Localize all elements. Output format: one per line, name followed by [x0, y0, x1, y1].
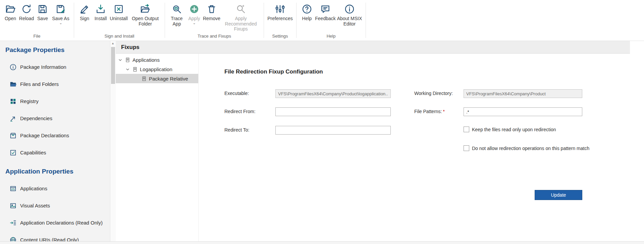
document-icon [125, 57, 130, 63]
working-directory-field[interactable] [464, 89, 582, 98]
apply-recommended-fixups-button[interactable]: Apply Recommended Fixups [221, 2, 261, 33]
apply-recommended-fixups-label: Apply Recommended Fixups [221, 16, 260, 32]
open-output-folder-button[interactable]: Open Output Folder [128, 2, 162, 28]
scrollbar-up-arrow-icon[interactable]: ▲ [111, 42, 114, 45]
preferences-button[interactable]: Preferences [267, 2, 293, 22]
info-icon [9, 63, 17, 71]
feedback-button-label: Feedback [315, 16, 335, 21]
save-as-button[interactable]: Save As ⌄ [50, 2, 71, 25]
save-button[interactable]: Save [35, 2, 50, 22]
sidebar-item-capabilities[interactable]: Capabilities [0, 144, 110, 161]
sidebar-item-label: Registry [20, 98, 39, 104]
keep-readonly-checkbox-row: Keep the files read only upon redirectio… [464, 127, 556, 132]
open-button-label: Open [5, 16, 16, 21]
question-circle-icon [301, 3, 313, 15]
chevron-down-icon[interactable] [117, 57, 123, 63]
ribbon-group-label-sign-install: Sign and Install [74, 33, 165, 41]
apply-button[interactable]: Apply ⌄ [186, 2, 203, 25]
sidebar-item-files-and-folders[interactable]: Files and Folders [0, 76, 110, 93]
magic-fixups-icon [235, 3, 247, 15]
fixups-panel: Fixups Applications [116, 41, 630, 241]
application-declarations-icon [9, 219, 17, 227]
file-redirection-fixup-form: File Redirection Fixup Configuration Exe… [199, 54, 630, 241]
sidebar-item-applications[interactable]: Applications [0, 180, 110, 197]
redirect-from-label: Redirect From: [224, 109, 256, 114]
form-title: File Redirection Fixup Configuration [224, 68, 323, 75]
tree-item-applications[interactable]: Applications [116, 55, 198, 64]
info-circle-icon [343, 3, 356, 15]
visual-assets-icon [9, 202, 17, 209]
sidebar-item-dependencies[interactable]: Dependencies [0, 110, 110, 127]
remove-button-label: Remove [203, 16, 220, 21]
ribbon-toolbar: Open Reload Save Save As ⌄ [0, 0, 644, 41]
redirect-to-field[interactable] [275, 126, 391, 135]
sidebar-item-package-information[interactable]: Package Information [0, 58, 110, 76]
chevron-down-icon: ⌄ [193, 22, 196, 24]
tree-item-package-relative[interactable]: Package Relative [116, 74, 198, 83]
sidebar-item-application-declarations[interactable]: Application Declarations (Read Only) [0, 214, 110, 231]
remove-button[interactable]: Remove [203, 2, 221, 22]
sidebar-item-label: Capabilities [20, 150, 46, 155]
uninstall-x-icon [113, 3, 125, 15]
sign-button[interactable]: Sign [77, 2, 92, 22]
keep-readonly-checkbox-label: Keep the files read only upon redirectio… [472, 127, 556, 132]
working-directory-label: Working Directory: [414, 91, 453, 96]
install-arrow-icon [95, 3, 107, 15]
sidebar-item-content-uris[interactable]: Content URIs (Read Only) [0, 231, 110, 241]
ribbon-group-label-help: Help [297, 33, 366, 41]
file-patterns-field[interactable] [464, 107, 582, 116]
feedback-button[interactable]: Feedback [315, 2, 336, 22]
preferences-button-label: Preferences [267, 16, 292, 21]
no-redirect-checkbox[interactable] [464, 145, 469, 151]
install-button[interactable]: Install [92, 2, 109, 22]
sidebar-item-label: Applications [20, 186, 47, 191]
required-marker: * [443, 109, 444, 114]
sidebar-item-package-declarations[interactable]: Package Declarations [0, 127, 110, 144]
help-button[interactable]: Help [299, 2, 315, 22]
fixups-tree: Applications Logapplication Package Rela… [116, 54, 199, 241]
sidebar-item-label: Visual Assets [20, 203, 50, 208]
sign-button-label: Sign [80, 16, 89, 21]
sidebar-item-label: Content URIs (Read Only) [20, 237, 79, 241]
plus-circle-icon [188, 3, 200, 15]
chevron-down-icon: ⌄ [59, 22, 62, 24]
reload-button[interactable]: Reload [18, 2, 35, 22]
keep-readonly-checkbox[interactable] [464, 127, 469, 132]
capabilities-icon [9, 149, 17, 156]
executable-field[interactable] [275, 89, 391, 98]
sidebar-item-visual-assets[interactable]: Visual Assets [0, 197, 110, 214]
trace-app-button[interactable]: Trace App [168, 2, 186, 28]
document-icon [141, 76, 147, 82]
sidebar-item-registry[interactable]: Registry [0, 93, 110, 110]
tree-item-label: Package Relative [149, 76, 188, 82]
help-button-label: Help [302, 16, 312, 21]
open-button[interactable]: Open [3, 2, 18, 22]
trash-icon [206, 3, 218, 15]
sliders-icon [274, 3, 286, 15]
reload-icon [20, 3, 33, 15]
redirect-from-field[interactable] [275, 107, 391, 116]
package-declarations-icon [9, 132, 17, 139]
sidebar-item-label: Package Information [20, 64, 66, 70]
sidebar-scrollbar[interactable]: ▲ [110, 41, 116, 241]
update-button[interactable]: Update [535, 190, 582, 200]
install-button-label: Install [95, 16, 107, 21]
save-button-label: Save [37, 16, 48, 21]
uninstall-button[interactable]: Uninstall [109, 2, 128, 22]
navigation-sidebar: Package Properties Package Information F… [0, 41, 110, 241]
horizontal-scrollbar[interactable] [0, 241, 644, 244]
registry-icon [9, 98, 17, 105]
msix-editor-window: Open Reload Save Save As ⌄ [0, 0, 644, 244]
chevron-down-icon[interactable] [125, 66, 130, 72]
tree-item-label: Logapplication [140, 66, 172, 72]
no-redirect-checkbox-row: Do not allow redirection operations on t… [464, 145, 589, 151]
file-patterns-label-text: File Patterns: [414, 109, 442, 114]
ribbon-group-settings: Preferences Settings [264, 0, 296, 41]
executable-label: Executable: [224, 91, 249, 96]
about-msix-editor-button[interactable]: About MSIX Editor [336, 2, 363, 28]
tree-item-logapplication[interactable]: Logapplication [116, 64, 198, 74]
sidebar-scrollbar-thumb[interactable] [111, 47, 115, 84]
redirect-to-label: Redirect To: [224, 127, 249, 133]
document-icon [132, 66, 138, 72]
sign-pen-icon [78, 3, 91, 15]
